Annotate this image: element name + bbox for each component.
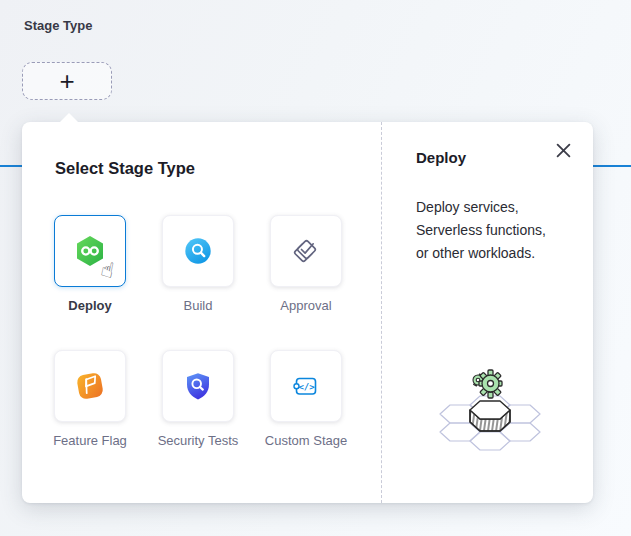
popover-caret (60, 113, 78, 122)
popover-title: Select Stage Type (55, 159, 195, 178)
stage-type-grid: ☝ Deploy Build (54, 215, 342, 485)
stage-cell-security-tests: Security Tests (162, 350, 234, 485)
stage-card-feature-flag[interactable] (54, 350, 126, 422)
stage-card-label-build: Build (146, 298, 250, 314)
add-stage-button[interactable]: + (22, 62, 112, 100)
feature-flag-icon (72, 368, 108, 404)
build-circle-magnifier-icon (182, 235, 214, 267)
stage-card-label-approval: Approval (254, 298, 358, 314)
stage-card-label-feature-flag: Feature Flag (38, 433, 142, 449)
security-shield-magnifier-icon (181, 369, 215, 403)
stage-detail-pane: Deploy Deploy services, Serverless funct… (381, 122, 593, 503)
deploy-hexagon-infinity-icon (73, 234, 107, 268)
stage-card-label-custom-stage: Custom Stage (254, 433, 358, 449)
stage-card-approval[interactable] (270, 215, 342, 287)
stage-card-build[interactable] (162, 215, 234, 287)
svg-text:</>: </> (298, 382, 315, 392)
detail-description-line: Deploy services, (416, 196, 578, 219)
plus-icon: + (59, 68, 74, 94)
stage-cell-custom-stage: </> Custom Stage (270, 350, 342, 485)
select-stage-type-popover: Select Stage Type ☝ Deploy (22, 122, 593, 503)
stage-cell-approval: Approval (270, 215, 342, 350)
close-button[interactable] (552, 139, 574, 161)
stage-cell-deploy: ☝ Deploy (54, 215, 126, 350)
approval-diamond-check-icon (289, 234, 323, 268)
deploy-hexagons-gear-illustration (428, 362, 558, 454)
custom-stage-code-icon: </> (289, 369, 323, 403)
stage-card-custom-stage[interactable]: </> (270, 350, 342, 422)
stage-card-label-security-tests: Security Tests (146, 433, 250, 449)
stage-type-label: Stage Type (24, 18, 92, 33)
detail-title: Deploy (416, 149, 466, 166)
stage-card-label-deploy: Deploy (38, 298, 142, 314)
stage-card-deploy[interactable]: ☝ (54, 215, 126, 287)
detail-description: Deploy services, Serverless functions, o… (416, 196, 578, 265)
detail-description-line: or other workloads. (416, 242, 578, 265)
close-icon (556, 143, 571, 158)
stage-card-security-tests[interactable] (162, 350, 234, 422)
stage-cell-build: Build (162, 215, 234, 350)
detail-description-line: Serverless functions, (416, 219, 578, 242)
stage-cell-feature-flag: Feature Flag (54, 350, 126, 485)
